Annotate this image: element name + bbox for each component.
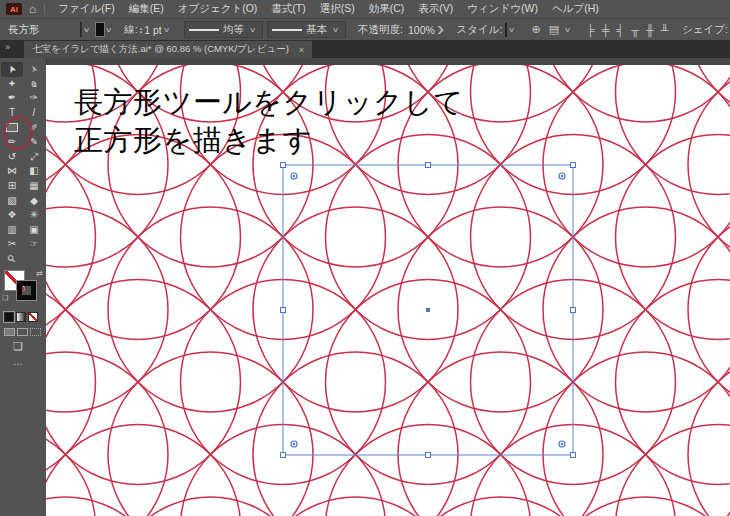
selection-tool[interactable]: ➤ <box>1 62 23 77</box>
blend-tool[interactable]: ❖ <box>1 208 23 223</box>
fill-none-swatch[interactable] <box>80 22 82 37</box>
curvature-tool[interactable]: ✑ <box>23 91 45 106</box>
menu-item-3[interactable]: 書式(T) <box>264 2 312 16</box>
artboard-tool[interactable]: ▣ <box>23 223 45 238</box>
width-profile-dropdown[interactable]: 均等 ∨ <box>184 21 263 38</box>
live-corner-dot <box>293 443 295 445</box>
pattern-circle <box>398 352 603 516</box>
selection-handle[interactable] <box>281 163 286 168</box>
selection-handle[interactable] <box>571 163 576 168</box>
line-segment-tool[interactable]: / <box>23 106 45 121</box>
perspective-grid-tool[interactable]: ⊞ <box>1 179 23 194</box>
width-tool[interactable]: ⋈ <box>1 164 23 179</box>
menu-item-7[interactable]: ウィンドウ(W) <box>460 2 545 16</box>
stroke-weight-chevron-icon[interactable]: ∨ <box>163 26 170 34</box>
draw-inside-icon[interactable] <box>30 328 41 336</box>
menu-bar: Ai ⌂ ファイル(F)編集(E)オブジェクト(O)書式(T)選択(S)効果(C… <box>0 0 730 19</box>
pen-tool[interactable]: ✒ <box>1 91 23 106</box>
color-mode-swatch[interactable] <box>4 312 14 322</box>
free-transform-icon: ⤢ <box>30 152 38 162</box>
align-horizontal-left-icon[interactable]: ╞ <box>583 24 598 36</box>
pattern-circle <box>616 135 730 340</box>
document-setup-globe-icon[interactable]: ⊕ <box>528 23 545 36</box>
opacity-more-icon[interactable]: ❯ <box>436 25 445 34</box>
menu-item-1[interactable]: 編集(E) <box>122 2 171 16</box>
selection-bounding-box[interactable] <box>281 163 576 458</box>
tab-substrip <box>46 58 730 65</box>
graph-tool[interactable]: ▥ <box>1 223 23 238</box>
align-vertical-bottom-icon[interactable]: ╨ <box>657 24 672 36</box>
artboard-canvas[interactable]: 長方形ツールをクリックして 正方形を描きます <box>46 65 730 516</box>
gradient-tool[interactable]: ▧ <box>1 193 23 208</box>
selection-handle[interactable] <box>281 453 286 458</box>
document-tab[interactable]: 七宝をイラレで描く方法.ai* @ 60.86 % (CMYK/プレビュー) × <box>24 41 312 58</box>
direct-selection-icon: ➢ <box>28 63 41 75</box>
edit-toolbar-icon[interactable]: … <box>13 356 24 367</box>
pattern-circle <box>46 425 241 516</box>
opacity-label: 不透明度: <box>358 23 403 37</box>
document-setup-icon[interactable]: ▤ <box>545 23 563 36</box>
pencil-icon: ✏ <box>8 137 16 147</box>
brush-dropdown[interactable]: 基本 ∨ <box>267 21 346 38</box>
align-horizontal-right-icon[interactable]: ╡ <box>613 24 628 36</box>
pattern-circle <box>46 135 96 340</box>
stroke-weight-stepper[interactable]: ▴▾ <box>140 26 143 34</box>
type-tool[interactable]: T <box>1 106 23 121</box>
stroke-color-swatch[interactable] <box>96 23 104 36</box>
rotate-tool[interactable]: ↺ <box>1 150 23 165</box>
align-vertical-middle-icon[interactable]: ╫ <box>643 24 658 36</box>
draw-normal-icon[interactable] <box>4 328 15 336</box>
magic-wand-tool[interactable]: ✦ <box>1 77 23 92</box>
home-icon[interactable]: ⌂ <box>29 2 36 16</box>
selection-handle[interactable] <box>426 163 431 168</box>
menu-item-8[interactable]: ヘルプ(H) <box>545 2 606 16</box>
stroke-weight-value[interactable]: 1 pt <box>144 24 162 36</box>
screen-mode-icon[interactable]: ❏ <box>13 340 23 353</box>
rectangle-tool[interactable] <box>1 120 23 135</box>
document-setup-chevron-icon[interactable]: ∨ <box>564 26 571 34</box>
menu-item-6[interactable]: 表示(V) <box>411 2 460 16</box>
stroke-swatch[interactable] <box>17 281 36 300</box>
paintbrush-tool[interactable]: ✐ <box>23 120 45 135</box>
none-mode-swatch[interactable] <box>28 312 38 322</box>
fill-dropdown-chevron-icon[interactable]: ∨ <box>83 26 90 34</box>
slice-tool[interactable]: ✂ <box>1 237 23 252</box>
selection-handle[interactable] <box>426 453 431 458</box>
free-transform-tool[interactable]: ⤢ <box>23 150 45 165</box>
shape-builder-tool[interactable]: ◧ <box>23 164 45 179</box>
style-chevron-icon[interactable]: ∨ <box>508 26 515 34</box>
gradient-mode-swatch[interactable] <box>16 312 26 322</box>
stroke-dropdown-chevron-icon[interactable]: ∨ <box>105 26 112 34</box>
menu-item-5[interactable]: 効果(C) <box>362 2 412 16</box>
symbol-sprayer-tool[interactable]: ✳ <box>23 208 45 223</box>
width-profile-value: 均等 <box>223 23 244 37</box>
selection-handle[interactable] <box>571 308 576 313</box>
opacity-value[interactable]: 100% <box>408 24 435 36</box>
shape-builder-icon: ◧ <box>29 166 38 176</box>
align-vertical-top-icon[interactable]: ╥ <box>628 24 643 36</box>
tab-close-icon[interactable]: × <box>299 45 304 55</box>
swap-fill-stroke-icon[interactable]: ⇄ <box>36 269 43 278</box>
shaper-tool[interactable]: ✎ <box>23 135 45 150</box>
selection-handle[interactable] <box>281 308 286 313</box>
menu-item-4[interactable]: 選択(S) <box>313 2 362 16</box>
tutorial-text[interactable]: 長方形ツールをクリックして 正方形を描きます <box>74 83 464 159</box>
selection-handle[interactable] <box>571 453 576 458</box>
pencil-tool[interactable]: ✏ <box>1 135 23 150</box>
lasso-tool[interactable]: ҩ <box>23 77 45 92</box>
draw-behind-icon[interactable] <box>17 328 28 336</box>
zoom-tool[interactable]: ⚲ <box>1 252 23 267</box>
direct-selection-tool[interactable]: ➢ <box>23 62 45 77</box>
menu-item-0[interactable]: ファイル(F) <box>51 2 121 16</box>
hand-tool[interactable]: ☞ <box>23 237 45 252</box>
default-fill-stroke-icon[interactable]: ❏ <box>2 294 8 302</box>
menu-item-2[interactable]: オブジェクト(O) <box>171 2 265 16</box>
eyedropper-tool[interactable]: ◆ <box>23 193 45 208</box>
mesh-tool[interactable]: ▦ <box>23 179 45 194</box>
align-horizontal-center-icon[interactable]: ╪ <box>598 24 613 36</box>
selection-center-point[interactable] <box>426 308 430 312</box>
blend-icon: ❖ <box>8 210 17 220</box>
menu-bar-items: ファイル(F)編集(E)オブジェクト(O)書式(T)選択(S)効果(C)表示(V… <box>51 2 606 16</box>
toolbar-collapse-icon[interactable]: » <box>5 42 10 52</box>
pattern-circle <box>46 352 168 516</box>
